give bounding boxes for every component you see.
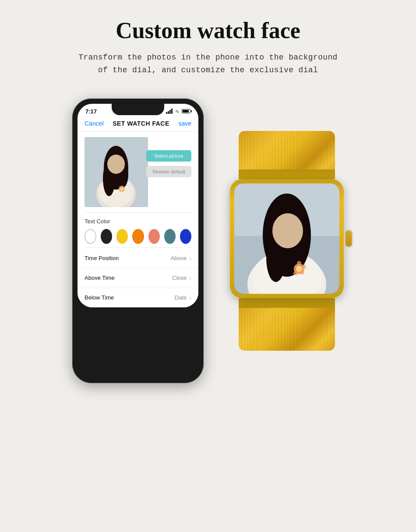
below-time-chevron: › xyxy=(189,294,191,301)
color-black[interactable] xyxy=(101,229,112,244)
below-time-row[interactable]: Below Time Date › xyxy=(78,288,198,307)
phone-notch xyxy=(112,104,164,115)
above-time-value: Close › xyxy=(172,275,191,282)
watch-mockup xyxy=(230,131,344,351)
svg-point-22 xyxy=(302,264,306,269)
svg-point-23 xyxy=(300,270,304,275)
app-header-title: SET WATCH FACE xyxy=(113,120,169,127)
watch-screen xyxy=(234,183,339,294)
settings-section: Time Position Above › Above Time Close ›… xyxy=(78,249,198,307)
divider-2 xyxy=(85,247,191,248)
color-white[interactable] xyxy=(85,229,96,244)
color-teal[interactable] xyxy=(164,229,176,244)
color-peach[interactable] xyxy=(148,229,160,244)
phone-mockup: 7:17 ∿ Cancel SET WATCH FACE save xyxy=(72,99,204,383)
battery-icon xyxy=(182,109,190,113)
time-position-value: Above › xyxy=(170,255,191,262)
color-blue[interactable] xyxy=(180,229,191,244)
svg-point-18 xyxy=(272,213,303,248)
below-time-label: Below Time xyxy=(85,294,114,301)
phone-screen: 7:17 ∿ Cancel SET WATCH FACE save xyxy=(78,104,198,307)
svg-point-9 xyxy=(120,187,123,190)
text-color-label: Text Color xyxy=(85,218,191,225)
status-icons: ∿ xyxy=(166,109,190,114)
page-subtitle: Transform the photos in the phone into t… xyxy=(78,51,338,77)
wifi-icon: ∿ xyxy=(175,109,179,114)
color-yellow[interactable] xyxy=(116,229,128,244)
save-button[interactable]: save xyxy=(178,120,191,127)
restore-default-button[interactable]: Restore default xyxy=(146,166,191,177)
signal-icon xyxy=(166,109,173,114)
app-header: Cancel SET WATCH FACE save xyxy=(78,116,198,132)
svg-point-24 xyxy=(293,271,298,275)
watch-body xyxy=(230,179,344,298)
watch-display xyxy=(234,183,339,294)
time-position-label: Time Position xyxy=(85,255,119,261)
cancel-button[interactable]: Cancel xyxy=(85,120,104,127)
app-preview: Select picture Restore default xyxy=(78,132,198,212)
phone-status-bar: 7:17 ∿ xyxy=(78,104,198,116)
above-time-label: Above Time xyxy=(85,275,115,281)
time-position-chevron: › xyxy=(189,255,191,262)
text-color-section: Text Color xyxy=(78,213,198,247)
preview-buttons: Select picture Restore default xyxy=(146,150,191,177)
page-title: Custom watch face xyxy=(116,18,300,43)
preview-row: Select picture Restore default xyxy=(85,137,191,207)
above-time-row[interactable]: Above Time Close › xyxy=(78,268,198,288)
status-time: 7:17 xyxy=(85,108,97,115)
below-time-value: Date › xyxy=(175,294,191,301)
svg-point-21 xyxy=(297,261,301,265)
svg-point-7 xyxy=(107,155,125,174)
preview-image xyxy=(85,137,148,207)
above-time-chevron: › xyxy=(189,275,191,282)
time-position-row[interactable]: Time Position Above › xyxy=(78,249,198,268)
color-orange[interactable] xyxy=(132,229,144,244)
watch-band-bottom xyxy=(239,298,335,351)
devices-row: 7:17 ∿ Cancel SET WATCH FACE save xyxy=(13,99,403,383)
watch-crown xyxy=(345,231,352,247)
color-circles xyxy=(85,229,191,244)
select-picture-button[interactable]: Select picture xyxy=(146,150,191,162)
watch-band-top xyxy=(239,131,335,179)
